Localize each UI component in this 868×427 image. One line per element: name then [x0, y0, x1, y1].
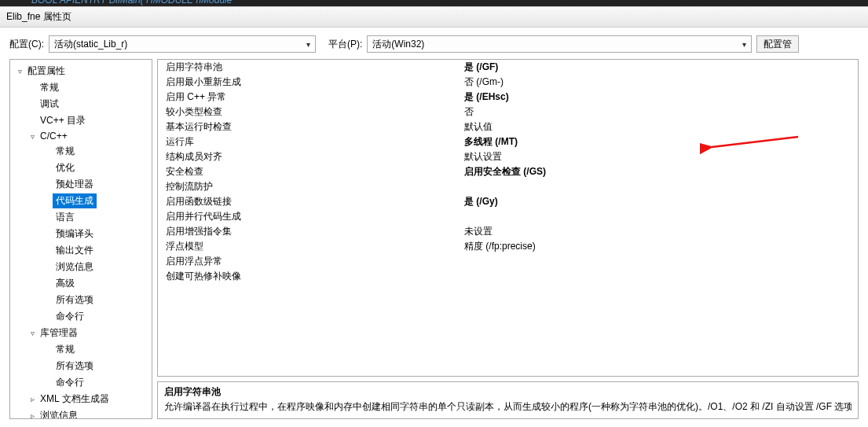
- chevron-down-icon: ▾: [306, 40, 310, 49]
- grid-row-label: 启用函数级链接: [166, 195, 464, 208]
- grid-row-value: 否 (/Gm-): [464, 75, 858, 89]
- platform-dropdown[interactable]: 活动(Win32) ▾: [367, 35, 752, 53]
- grid-row[interactable]: 控制流防护: [158, 179, 858, 194]
- tree-item-label: 库管理器: [37, 326, 81, 340]
- tree-item-label: 优化: [53, 160, 78, 175]
- tree-toggle-icon[interactable]: ▹: [27, 411, 37, 419]
- grid-row-value: 是 (/EHsc): [464, 90, 858, 104]
- grid-row-value: 精度 (/fp:precise): [464, 240, 858, 253]
- grid-row-label: 创建可热修补映像: [166, 270, 464, 283]
- grid-row-value: 多线程 (/MT): [464, 135, 858, 149]
- tree-item[interactable]: VC++ 目录: [10, 112, 152, 129]
- config-dropdown-value: 活动(static_Lib_r): [54, 38, 127, 51]
- tree-toggle-icon[interactable]: ▿: [15, 67, 24, 75]
- tree-item-label: 所有选项: [53, 359, 97, 374]
- tree-item[interactable]: 命令行: [10, 374, 152, 391]
- tree-item-label: 命令行: [53, 375, 87, 390]
- tree-item[interactable]: 优化: [10, 160, 152, 176]
- grid-row[interactable]: 启用并行代码生成: [158, 209, 858, 224]
- tree-item[interactable]: 代码生成: [10, 193, 152, 209]
- tree-item[interactable]: 命令行: [10, 308, 152, 325]
- property-grid[interactable]: 启用字符串池是 (/GF)启用最小重新生成否 (/Gm-)启用 C++ 异常是 …: [157, 59, 859, 377]
- grid-row[interactable]: 创建可热修补映像: [158, 269, 858, 284]
- window-titlebar: Elib_fne 属性页: [0, 6, 868, 28]
- tree-item[interactable]: ▹浏览信息: [10, 407, 152, 419]
- tree-item-label: 高级: [53, 276, 78, 291]
- grid-row[interactable]: 启用增强指令集未设置: [158, 224, 858, 239]
- grid-row-label: 启用 C++ 异常: [166, 90, 464, 104]
- grid-row-label: 结构成员对齐: [166, 150, 464, 164]
- tree-item[interactable]: 预编译头: [10, 226, 152, 242]
- window-title-text: Elib_fne 属性页: [6, 10, 71, 24]
- tree-item-label: 浏览信息: [37, 408, 81, 419]
- grid-row-label: 启用增强指令集: [166, 225, 464, 238]
- grid-row[interactable]: 运行库多线程 (/MT): [158, 134, 858, 149]
- tree-item[interactable]: 浏览信息: [10, 259, 152, 275]
- config-toolbar: 配置(C): 活动(static_Lib_r) ▾ 平台(P): 活动(Win3…: [0, 28, 868, 59]
- grid-row[interactable]: 启用字符串池是 (/GF): [158, 60, 858, 75]
- tree-item-label: 预编译头: [53, 226, 97, 241]
- grid-row-value: 是 (/GF): [464, 61, 858, 74]
- grid-row[interactable]: 安全检查启用安全检查 (/GS): [158, 164, 858, 179]
- tree-item[interactable]: 语言: [10, 209, 152, 226]
- tree-item[interactable]: 所有选项: [10, 358, 152, 374]
- tree-toggle-icon[interactable]: ▹: [27, 395, 37, 403]
- grid-row-value: 默认设置: [464, 150, 858, 164]
- grid-row-label: 启用最小重新生成: [166, 75, 464, 89]
- grid-row-value: [464, 210, 858, 223]
- config-manager-button[interactable]: 配置管: [756, 35, 799, 53]
- tree-toggle-icon[interactable]: ▿: [27, 132, 37, 141]
- tree-item[interactable]: 常规: [10, 143, 152, 160]
- grid-row-value: 默认值: [464, 120, 858, 134]
- tree-item[interactable]: ▿库管理器: [10, 325, 152, 341]
- tree-item-label: XML 文档生成器: [37, 392, 112, 407]
- grid-row[interactable]: 启用函数级链接是 (/Gy): [158, 194, 858, 209]
- tree-item[interactable]: 高级: [10, 275, 152, 292]
- grid-row[interactable]: 结构成员对齐默认设置: [158, 149, 858, 164]
- tree-item-label: 浏览信息: [53, 260, 97, 274]
- tree-item-label: C/C++: [37, 130, 71, 142]
- grid-row-label: 控制流防护: [166, 180, 464, 193]
- tree-item[interactable]: 预处理器: [10, 176, 152, 193]
- grid-row[interactable]: 启用 C++ 异常是 (/EHsc): [158, 90, 858, 105]
- config-label: 配置(C):: [9, 38, 44, 51]
- description-title: 启用字符串池: [164, 385, 852, 399]
- tree-item-label: 配置属性: [24, 64, 68, 79]
- tree-item[interactable]: 常规: [10, 79, 152, 96]
- dialog-body: 配置(C): 活动(static_Lib_r) ▾ 平台(P): 活动(Win3…: [0, 28, 868, 427]
- tree-item-label: 常规: [37, 80, 62, 95]
- grid-row-label: 启用浮点异常: [166, 255, 464, 268]
- grid-row-label: 安全检查: [166, 165, 464, 179]
- tree-item[interactable]: ▿C/C++: [10, 129, 152, 143]
- grid-row-value: [464, 255, 858, 268]
- tree-item[interactable]: 输出文件: [10, 242, 152, 259]
- tree-item[interactable]: 调试: [10, 96, 152, 112]
- grid-row-value: [464, 180, 858, 193]
- description-panel: 启用字符串池 允许编译器在执行过程中，在程序映像和内存中创建相同字符串的单个只读…: [157, 381, 859, 419]
- grid-row-value: [464, 270, 858, 283]
- tree-toggle-icon[interactable]: ▿: [27, 329, 37, 337]
- nav-tree[interactable]: ▿配置属性常规调试VC++ 目录▿C/C++常规优化预处理器代码生成语言预编译头…: [9, 59, 152, 419]
- grid-row[interactable]: 启用最小重新生成否 (/Gm-): [158, 75, 858, 90]
- grid-row[interactable]: 较小类型检查否: [158, 105, 858, 120]
- grid-row-label: 启用字符串池: [166, 61, 464, 74]
- config-dropdown[interactable]: 活动(static_Lib_r) ▾: [49, 35, 316, 53]
- grid-row-label: 基本运行时检查: [166, 120, 464, 134]
- tree-item[interactable]: ▿配置属性: [10, 63, 152, 79]
- tree-item-label: 输出文件: [53, 243, 97, 258]
- grid-row[interactable]: 启用浮点异常: [158, 254, 858, 269]
- grid-row-value: 否: [464, 105, 858, 119]
- tree-item-label: 命令行: [53, 309, 87, 324]
- tree-item-label: 常规: [53, 342, 78, 357]
- grid-row[interactable]: 浮点模型精度 (/fp:precise): [158, 239, 858, 254]
- tree-item-label: 常规: [53, 144, 78, 159]
- tree-item[interactable]: 常规: [10, 341, 152, 358]
- tree-item-label: 预处理器: [53, 177, 97, 192]
- grid-row-value: 启用安全检查 (/GS): [464, 165, 858, 179]
- tree-item[interactable]: ▹XML 文档生成器: [10, 391, 152, 407]
- grid-row-label: 启用并行代码生成: [166, 210, 464, 223]
- tree-item[interactable]: 所有选项: [10, 292, 152, 308]
- description-text: 允许编译器在执行过程中，在程序映像和内存中创建相同字符串的单个只读副本，从而生成…: [164, 400, 852, 414]
- platform-dropdown-value: 活动(Win32): [372, 38, 424, 51]
- grid-row[interactable]: 基本运行时检查默认值: [158, 120, 858, 134]
